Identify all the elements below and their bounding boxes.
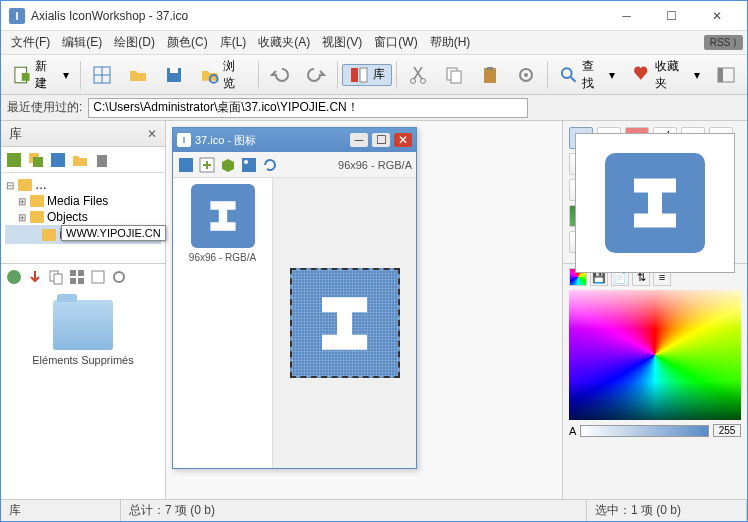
library-button[interactable]: 库 bbox=[342, 64, 392, 86]
svg-point-10 bbox=[410, 78, 415, 83]
svg-rect-15 bbox=[487, 67, 493, 70]
svg-rect-31 bbox=[78, 270, 84, 276]
menu-edit[interactable]: 编辑(E) bbox=[56, 32, 108, 53]
cut-icon[interactable] bbox=[401, 59, 435, 91]
svg-point-27 bbox=[7, 270, 21, 284]
svg-rect-14 bbox=[484, 68, 496, 83]
edit-canvas[interactable] bbox=[273, 178, 416, 468]
rss-badge[interactable]: RSS ⟩ bbox=[704, 35, 743, 50]
svg-point-11 bbox=[420, 78, 425, 83]
redo-icon[interactable] bbox=[299, 59, 333, 91]
open-icon[interactable] bbox=[121, 59, 155, 91]
img-lib-icon[interactable] bbox=[49, 151, 67, 169]
menu-favorites[interactable]: 收藏夹(A) bbox=[252, 32, 316, 53]
svg-rect-8 bbox=[351, 68, 358, 82]
svg-line-19 bbox=[570, 76, 575, 81]
status-lib: 库 bbox=[1, 500, 121, 521]
thumbnail[interactable] bbox=[191, 184, 255, 248]
svg-rect-13 bbox=[451, 71, 461, 83]
doc-refresh-icon[interactable] bbox=[261, 156, 279, 174]
svg-rect-26 bbox=[97, 155, 107, 167]
thumbnail-panel: 96x96 - RGB/A bbox=[173, 178, 273, 468]
svg-rect-30 bbox=[70, 270, 76, 276]
thumb-label: 96x96 - RGB/A bbox=[179, 252, 266, 264]
color-palette[interactable] bbox=[569, 290, 741, 420]
copy3-icon[interactable] bbox=[89, 268, 107, 286]
folder-lib-icon[interactable] bbox=[71, 151, 89, 169]
favorites-button[interactable]: 收藏夹 ▾ bbox=[624, 59, 707, 91]
svg-rect-29 bbox=[54, 274, 62, 284]
browse-button[interactable]: 浏览 bbox=[193, 59, 254, 91]
doc-icon: I bbox=[177, 133, 191, 147]
menu-library[interactable]: 库(L) bbox=[214, 32, 253, 53]
titlebar: I Axialis IconWorkshop - 37.ico ─ ☐ ✕ bbox=[1, 1, 747, 31]
svg-point-18 bbox=[562, 68, 572, 78]
paste-icon[interactable] bbox=[473, 59, 507, 91]
globe-icon[interactable] bbox=[5, 268, 23, 286]
menu-window[interactable]: 窗口(W) bbox=[368, 32, 423, 53]
new-button[interactable]: 新建 ▾ bbox=[5, 59, 76, 91]
window-title: Axialis IconWorkshop - 37.ico bbox=[31, 9, 604, 23]
copy2-icon[interactable] bbox=[47, 268, 65, 286]
save-icon[interactable] bbox=[157, 59, 191, 91]
document-window: I 37.ico - 图标 ─ ☐ ✕ 96x96 - RGB/A bbox=[172, 127, 417, 469]
alpha-value[interactable]: 255 bbox=[713, 424, 741, 437]
doc-info: 96x96 - RGB/A bbox=[338, 159, 412, 171]
status-bar: 库 总计：7 项 (0 b) 选中：1 项 (0 b) bbox=[1, 499, 747, 521]
minimize-button[interactable]: ─ bbox=[604, 2, 649, 30]
menu-view[interactable]: 视图(V) bbox=[316, 32, 368, 53]
status-sel: 选中：1 项 (0 b) bbox=[587, 500, 747, 521]
doc-maximize[interactable]: ☐ bbox=[372, 133, 390, 147]
menu-color[interactable]: 颜色(C) bbox=[161, 32, 214, 53]
folder-label: Eléments Supprimés bbox=[5, 354, 161, 367]
menu-file[interactable]: 文件(F) bbox=[5, 32, 56, 53]
folder-icon[interactable] bbox=[53, 300, 113, 350]
tooltip: WWW.YIPOJIE.CN bbox=[61, 225, 166, 241]
grid2-icon[interactable] bbox=[68, 268, 86, 286]
svg-rect-22 bbox=[7, 153, 21, 167]
svg-rect-32 bbox=[70, 278, 76, 284]
svg-rect-38 bbox=[242, 158, 256, 172]
menu-draw[interactable]: 绘图(D) bbox=[108, 32, 161, 53]
del-lib-icon[interactable] bbox=[93, 151, 111, 169]
svg-rect-9 bbox=[360, 68, 367, 82]
main-toolbar: 新建 ▾ 浏览 库 查找 ▾ 收藏夹 ▾ bbox=[1, 55, 747, 95]
svg-rect-24 bbox=[33, 157, 43, 167]
path-input[interactable] bbox=[88, 98, 528, 118]
panel-icon[interactable] bbox=[709, 59, 743, 91]
menubar: 文件(F) 编辑(E) 绘图(D) 颜色(C) 库(L) 收藏夹(A) 视图(V… bbox=[1, 31, 747, 55]
doc-minimize[interactable]: ─ bbox=[350, 133, 368, 147]
svg-rect-1 bbox=[22, 73, 30, 81]
alpha-slider[interactable] bbox=[580, 425, 709, 437]
menu-help[interactable]: 帮助(H) bbox=[424, 32, 477, 53]
doc-title: 37.ico - 图标 bbox=[195, 133, 346, 148]
doc-box-icon[interactable] bbox=[219, 156, 237, 174]
down-icon[interactable] bbox=[26, 268, 44, 286]
search-button[interactable]: 查找 ▾ bbox=[552, 59, 623, 91]
svg-rect-33 bbox=[78, 278, 84, 284]
sidebar-title: 库 bbox=[9, 125, 147, 143]
svg-rect-34 bbox=[92, 271, 104, 283]
copy-icon[interactable] bbox=[437, 59, 471, 91]
sidebar-toolbar bbox=[1, 147, 165, 173]
app-icon: I bbox=[9, 8, 25, 24]
doc-close[interactable]: ✕ bbox=[394, 133, 412, 147]
doc-add-icon[interactable] bbox=[198, 156, 216, 174]
dup-lib-icon[interactable] bbox=[27, 151, 45, 169]
undo-icon[interactable] bbox=[263, 59, 297, 91]
maximize-button[interactable]: ☐ bbox=[649, 2, 694, 30]
new-lib-icon[interactable] bbox=[5, 151, 23, 169]
grid-icon[interactable] bbox=[85, 59, 119, 91]
status-total: 总计：7 项 (0 b) bbox=[121, 500, 587, 521]
path-bar: 最近使用过的: bbox=[1, 95, 747, 121]
sidebar-close-icon[interactable]: ✕ bbox=[147, 127, 157, 141]
library-tree[interactable]: ⊟… ⊞Media Files ⊞Objects 已删除项 bbox=[1, 173, 165, 263]
doc-img-icon[interactable] bbox=[240, 156, 258, 174]
gear2-icon[interactable] bbox=[110, 268, 128, 286]
doc-save-icon[interactable] bbox=[177, 156, 195, 174]
svg-rect-36 bbox=[179, 158, 193, 172]
close-button[interactable]: ✕ bbox=[694, 2, 739, 30]
svg-point-35 bbox=[114, 272, 124, 282]
svg-rect-6 bbox=[170, 68, 178, 73]
settings-icon[interactable] bbox=[509, 59, 543, 91]
